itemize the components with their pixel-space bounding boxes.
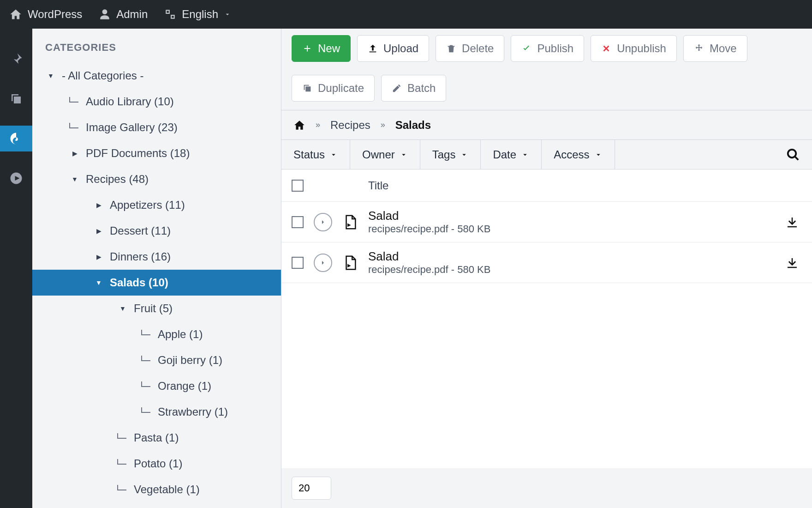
file-meta: recipes/recipe.pdf - 580 KB bbox=[368, 264, 772, 276]
tree-label: Image Gallery (23) bbox=[86, 121, 178, 134]
publish-label: Publish bbox=[537, 42, 573, 55]
move-label: Move bbox=[710, 42, 737, 55]
tree-label: Dessert (11) bbox=[110, 224, 171, 237]
file-title[interactable]: Salad bbox=[368, 209, 772, 223]
tree-node[interactable]: Orange (1) bbox=[45, 373, 281, 399]
nav-rail bbox=[0, 29, 32, 508]
table-row: ▶ Salad recipes/recipe.pdf - 580 KB bbox=[281, 242, 812, 283]
toggle-icon[interactable]: ▼ bbox=[117, 305, 128, 312]
duplicate-icon bbox=[302, 83, 312, 93]
upload-button[interactable]: Upload bbox=[357, 35, 429, 62]
tree-label: Dinners (16) bbox=[110, 250, 171, 263]
toggle-icon[interactable]: ▶ bbox=[69, 150, 80, 157]
tree-node[interactable]: ▼Fruit (5) bbox=[45, 296, 281, 321]
title-header[interactable]: Title bbox=[368, 179, 802, 192]
copy-icon bbox=[9, 92, 23, 106]
tree-node[interactable]: ▶Dinners (16) bbox=[45, 244, 281, 270]
caret-down-icon bbox=[521, 151, 529, 159]
toolbar: New Upload Delete Publish Unpublish Move bbox=[281, 29, 812, 110]
toggle-icon[interactable]: ▼ bbox=[93, 279, 104, 286]
download-button[interactable] bbox=[782, 253, 802, 272]
chevron-right-icon bbox=[319, 259, 327, 266]
tree-node[interactable]: Apple (1) bbox=[45, 321, 281, 347]
filter-tags[interactable]: Tags bbox=[420, 140, 481, 169]
tree-node[interactable]: ▶Appetizers (11) bbox=[45, 192, 281, 218]
site-name: WordPress bbox=[28, 8, 82, 21]
download-icon bbox=[785, 256, 799, 270]
caret-down-icon bbox=[460, 151, 468, 159]
user-name: Admin bbox=[116, 8, 148, 21]
leaf-icon bbox=[69, 123, 78, 128]
breadcrumb-item[interactable]: Recipes bbox=[330, 119, 370, 132]
select-all-checkbox[interactable] bbox=[292, 180, 304, 192]
new-label: New bbox=[318, 42, 340, 55]
file-meta: recipes/recipe.pdf - 580 KB bbox=[368, 223, 772, 235]
pdf-icon: ▶ bbox=[342, 214, 358, 230]
tree-label: Potato (1) bbox=[134, 457, 182, 470]
svg-text:▶: ▶ bbox=[347, 222, 351, 227]
row-expander[interactable] bbox=[314, 213, 332, 231]
tree-label: Apple (1) bbox=[158, 328, 203, 341]
pencil-icon bbox=[392, 83, 402, 93]
svg-text:▶: ▶ bbox=[347, 262, 351, 267]
rail-active[interactable] bbox=[0, 126, 32, 151]
row-checkbox[interactable] bbox=[292, 257, 304, 269]
toggle-icon[interactable]: ▼ bbox=[69, 175, 80, 183]
user-link[interactable]: Admin bbox=[99, 8, 148, 21]
download-button[interactable] bbox=[782, 212, 802, 232]
tree-node[interactable]: Goji berry (1) bbox=[45, 347, 281, 373]
delete-button[interactable]: Delete bbox=[436, 35, 504, 62]
tree-label: - All Categories - bbox=[62, 69, 143, 82]
filter-owner[interactable]: Owner bbox=[350, 140, 420, 169]
delete-label: Delete bbox=[462, 42, 494, 55]
toggle-icon[interactable]: ▶ bbox=[93, 201, 104, 209]
tree-node[interactable]: ▼- All Categories - bbox=[45, 63, 281, 89]
filter-date[interactable]: Date bbox=[481, 140, 542, 169]
unpublish-button[interactable]: Unpublish bbox=[591, 35, 677, 62]
file-table: Title ▶ Salad recipes/recipe.pdf - 580 K… bbox=[281, 169, 812, 468]
leaf-icon bbox=[117, 459, 126, 465]
download-icon bbox=[785, 215, 799, 229]
language-switcher[interactable]: English bbox=[164, 8, 231, 21]
tree-node[interactable]: Vegetable (1) bbox=[45, 477, 281, 502]
pager bbox=[281, 468, 812, 508]
rail-pin[interactable] bbox=[0, 46, 32, 72]
site-link[interactable]: WordPress bbox=[9, 8, 82, 21]
file-title[interactable]: Salad bbox=[368, 249, 772, 264]
home-icon[interactable] bbox=[293, 119, 305, 131]
publish-button[interactable]: Publish bbox=[511, 35, 584, 62]
home-icon bbox=[9, 8, 22, 21]
move-button[interactable]: Move bbox=[683, 35, 747, 62]
filter-status[interactable]: Status bbox=[281, 140, 350, 169]
tree-node[interactable]: Pasta (1) bbox=[45, 425, 281, 451]
toggle-icon[interactable]: ▶ bbox=[93, 227, 104, 235]
row-expander[interactable] bbox=[314, 254, 332, 272]
tree-label: Audio Library (10) bbox=[86, 95, 174, 108]
tree-node[interactable]: ▼Recipes (48) bbox=[45, 166, 281, 192]
move-icon bbox=[694, 43, 704, 54]
rail-play[interactable] bbox=[0, 165, 32, 191]
filter-bar: Status Owner Tags Date Access bbox=[281, 140, 812, 169]
tree-node[interactable]: Potato (1) bbox=[45, 451, 281, 477]
search-toggle[interactable] bbox=[774, 148, 812, 162]
tree-node[interactable]: ▶PDF Documents (18) bbox=[45, 140, 281, 166]
leaf-icon bbox=[141, 381, 150, 387]
batch-button[interactable]: Batch bbox=[381, 75, 446, 102]
new-button[interactable]: New bbox=[292, 35, 351, 62]
toggle-icon[interactable]: ▶ bbox=[93, 253, 104, 260]
row-checkbox[interactable] bbox=[292, 216, 304, 228]
filter-access[interactable]: Access bbox=[542, 140, 615, 169]
rail-copy[interactable] bbox=[0, 86, 32, 112]
tree-node[interactable]: Image Gallery (23) bbox=[45, 115, 281, 140]
user-icon bbox=[99, 8, 111, 20]
page-size-input[interactable] bbox=[292, 477, 331, 500]
leaf-icon bbox=[141, 356, 150, 361]
tree-node[interactable]: ▶Dessert (11) bbox=[45, 218, 281, 244]
tree-node[interactable]: Audio Library (10) bbox=[45, 89, 281, 115]
duplicate-button[interactable]: Duplicate bbox=[292, 75, 375, 102]
table-header: Title bbox=[281, 169, 812, 202]
tree-node[interactable]: ▼Salads (10) bbox=[32, 270, 281, 296]
x-icon bbox=[601, 43, 611, 54]
toggle-icon[interactable]: ▼ bbox=[45, 72, 56, 79]
tree-node[interactable]: Strawberry (1) bbox=[45, 399, 281, 425]
